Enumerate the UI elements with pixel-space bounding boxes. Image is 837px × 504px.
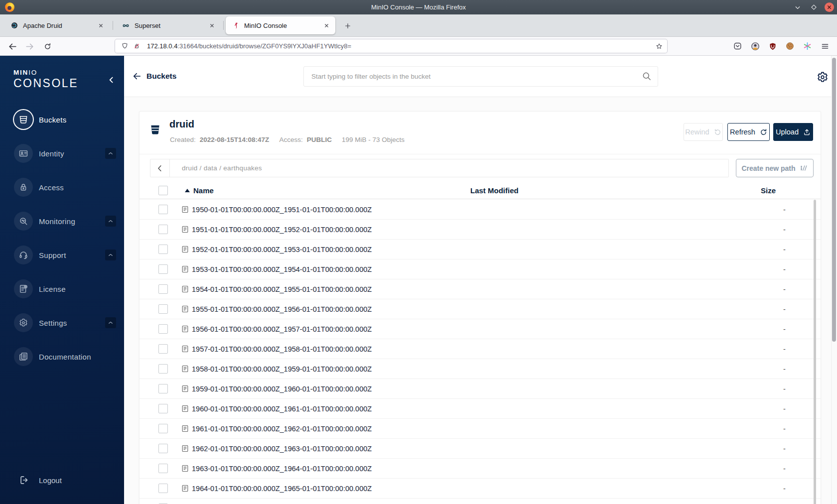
object-filter-input[interactable] — [303, 66, 658, 87]
sidebar-item-support[interactable]: Support — [0, 238, 124, 272]
chevron-up-icon[interactable] — [105, 250, 116, 260]
table-row[interactable]: 1964-01-01T00:00:00.000Z_1965-01-01T00:0… — [140, 479, 821, 499]
sidebar-item-access[interactable]: Access — [0, 170, 124, 204]
object-name: 1953-01-01T00:00:00.000Z_1954-01-01T00:0… — [192, 265, 372, 273]
row-checkbox[interactable] — [158, 225, 168, 234]
table-row[interactable]: 1957-01-01T00:00:00.000Z_1958-01-01T00:0… — [140, 339, 821, 359]
logout-label: Logout — [39, 476, 62, 485]
menu-hamburger-icon[interactable] — [820, 41, 830, 51]
tab-minio-console[interactable]: MinIO Console — [226, 16, 335, 34]
sidebar-item-settings[interactable]: Settings — [0, 306, 124, 340]
row-checkbox[interactable] — [158, 364, 168, 374]
create-path-label: Create new path — [741, 164, 795, 172]
tab-apache-druid[interactable]: Apache Druid — [4, 16, 110, 34]
url-bar[interactable]: 172.18.0.4:31664/buckets/druid/browse/ZG… — [115, 39, 667, 53]
row-checkbox[interactable] — [158, 444, 168, 453]
logo-io: IO — [28, 69, 37, 76]
account-avatar-icon[interactable] — [750, 41, 760, 51]
upload-button[interactable]: Upload — [773, 123, 813, 141]
row-checkbox[interactable] — [158, 464, 168, 473]
sidebar-item-monitoring[interactable]: Monitoring — [0, 204, 124, 238]
settings-gear-icon[interactable] — [816, 71, 829, 84]
sidebar-item-documentation[interactable]: Documentation — [0, 340, 124, 374]
forward-button[interactable] — [23, 40, 36, 53]
bucket-meta: Created: 2022-08-15T14:08:47Z Access: PU… — [170, 136, 405, 143]
table-row[interactable]: 1956-01-01T00:00:00.000Z_1957-01-01T00:0… — [140, 319, 821, 339]
chevron-up-icon[interactable] — [105, 148, 116, 159]
row-checkbox[interactable] — [158, 384, 168, 393]
table-row[interactable]: 1950-01-01T00:00:00.000Z_1951-01-01T00:0… — [140, 200, 821, 220]
row-checkbox[interactable] — [158, 424, 168, 433]
row-checkbox[interactable] — [158, 245, 168, 254]
bucket-browser-card: druid Created: 2022-08-15T14:08:47Z Acce… — [139, 111, 821, 504]
tracking-shield-icon[interactable] — [121, 42, 129, 50]
sidebar-item-label: Support — [39, 251, 66, 259]
table-row[interactable]: 1962-01-01T00:00:00.000Z_1963-01-01T00:0… — [140, 439, 821, 459]
refresh-button[interactable]: Refresh — [727, 123, 770, 141]
row-checkbox[interactable] — [158, 205, 168, 214]
row-checkbox[interactable] — [158, 484, 168, 493]
window-minimize-button[interactable] — [793, 2, 803, 12]
select-all-checkbox[interactable] — [158, 186, 168, 195]
insecure-lock-icon[interactable] — [133, 42, 140, 50]
table-row[interactable]: 1958-01-01T00:00:00.000Z_1959-01-01T00:0… — [140, 359, 821, 379]
table-row[interactable]: 1955-01-01T00:00:00.000Z_1956-01-01T00:0… — [140, 299, 821, 319]
page-scrollbar-track[interactable] — [831, 56, 837, 504]
sidebar-item-buckets[interactable]: Buckets — [0, 103, 124, 136]
row-checkbox[interactable] — [158, 284, 168, 294]
rewind-button[interactable]: Rewind — [684, 123, 723, 141]
window-close-button[interactable] — [825, 2, 834, 12]
table-row[interactable]: 1963-01-01T00:00:00.000Z_1964-01-01T00:0… — [140, 459, 821, 479]
create-new-path-button[interactable]: Create new path — [736, 159, 814, 177]
path-back-button[interactable] — [150, 159, 170, 177]
row-checkbox[interactable] — [158, 344, 168, 354]
row-checkbox[interactable] — [158, 404, 168, 413]
table-row[interactable]: 1951-01-01T00:00:00.000Z_1952-01-01T00:0… — [140, 220, 821, 240]
bookmark-star-icon[interactable] — [655, 42, 663, 50]
table-row[interactable]: 1953-01-01T00:00:00.000Z_1954-01-01T00:0… — [140, 259, 821, 279]
table-row[interactable]: 1959-01-01T00:00:00.000Z_1960-01-01T00:0… — [140, 379, 821, 399]
row-checkbox[interactable] — [158, 264, 168, 274]
tab-close-icon[interactable] — [207, 20, 217, 30]
column-name[interactable]: Name — [193, 186, 214, 195]
table-row[interactable]: 1960-01-01T00:00:00.000Z_1961-01-01T00:0… — [140, 399, 821, 419]
table-row[interactable]: 1961-01-01T00:00:00.000Z_1962-01-01T00:0… — [140, 419, 821, 439]
object-name: 1961-01-01T00:00:00.000Z_1962-01-01T00:0… — [192, 425, 372, 433]
page-scrollbar-thumb[interactable] — [832, 58, 836, 342]
sidebar-item-label: Monitoring — [39, 217, 75, 226]
back-button[interactable] — [6, 40, 19, 53]
tab-separator — [113, 21, 113, 30]
table-row[interactable]: 1954-01-01T00:00:00.000Z_1955-01-01T00:0… — [140, 279, 821, 299]
chevron-up-icon[interactable] — [105, 216, 116, 227]
minio-favicon — [232, 21, 240, 29]
pocket-icon[interactable] — [732, 41, 743, 51]
sidebar-item-license[interactable]: License — [0, 272, 124, 306]
sort-asc-icon[interactable] — [185, 189, 190, 192]
row-checkbox[interactable] — [158, 324, 168, 334]
breadcrumb[interactable]: druid / data / earthquakes — [170, 164, 262, 172]
row-checkbox[interactable] — [158, 304, 168, 314]
back-to-buckets-link[interactable]: Buckets — [132, 71, 176, 81]
reload-button[interactable] — [41, 40, 54, 53]
tab-close-icon[interactable] — [96, 20, 106, 30]
tab-close-icon[interactable] — [321, 20, 331, 30]
sidebar-item-logout[interactable]: Logout — [19, 469, 62, 491]
table-row[interactable]: 1965-01-01T00:00:00.000Z_1966-01-01T00:0… — [140, 499, 821, 504]
tab-superset[interactable]: Superset — [115, 16, 221, 34]
object-size: - — [761, 265, 821, 273]
column-last-modified[interactable]: Last Modified — [470, 186, 761, 195]
ublock-icon[interactable] — [767, 41, 778, 51]
chevron-up-icon[interactable] — [105, 317, 116, 328]
sidebar-collapse-icon[interactable] — [107, 76, 116, 84]
snowflake-extension-icon[interactable] — [802, 41, 813, 51]
object-size: - — [761, 385, 821, 393]
cookie-icon[interactable] — [785, 41, 795, 51]
table-row[interactable]: 1952-01-01T00:00:00.000Z_1953-01-01T00:0… — [140, 240, 821, 259]
window-maximize-button[interactable] — [809, 2, 819, 12]
sidebar-item-identity[interactable]: Identity — [0, 136, 124, 170]
tab-label: Superset — [135, 22, 207, 29]
column-size[interactable]: Size — [761, 186, 821, 195]
table-scrollbar[interactable] — [814, 200, 816, 504]
bucket-summary: druid Created: 2022-08-15T14:08:47Z Acce… — [140, 112, 821, 154]
new-tab-button[interactable] — [341, 19, 354, 32]
